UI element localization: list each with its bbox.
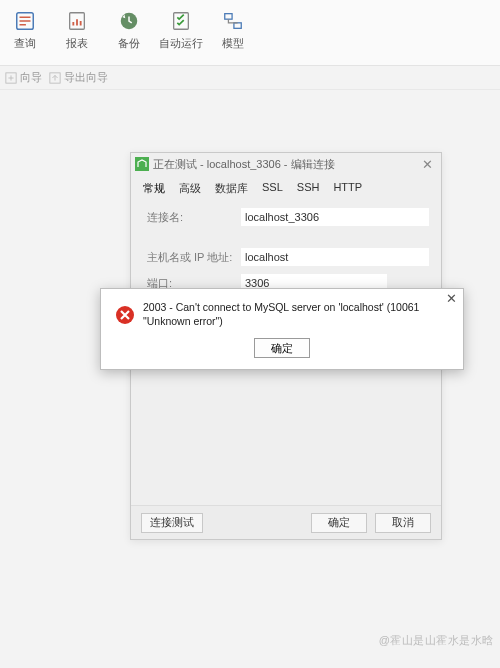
error-icon — [115, 305, 135, 325]
error-message: 2003 - Can't connect to MySQL server on … — [143, 301, 449, 328]
cancel-button[interactable]: 取消 — [375, 513, 431, 533]
tab-advanced[interactable]: 高级 — [179, 181, 201, 196]
toolbar-item-report[interactable]: 报表 — [60, 10, 94, 51]
dialog-tabs: 常规 高级 数据库 SSL SSH HTTP — [131, 175, 441, 200]
toolbar-label: 模型 — [222, 36, 244, 51]
workspace-canvas: 正在测试 - localhost_3306 - 编辑连接 ✕ 常规 高级 数据库… — [0, 90, 500, 668]
navicat-icon — [135, 157, 149, 171]
toolbar-label: 报表 — [66, 36, 88, 51]
tab-ssh[interactable]: SSH — [297, 181, 320, 196]
toolbar-item-model[interactable]: 模型 — [216, 10, 250, 51]
query-icon — [14, 10, 36, 32]
toolbar-label: 查询 — [14, 36, 36, 51]
test-connection-button[interactable]: 连接测试 — [141, 513, 203, 533]
toolbar-item-backup[interactable]: 备份 — [112, 10, 146, 51]
dialog-titlebar: 正在测试 - localhost_3306 - 编辑连接 ✕ — [131, 153, 441, 175]
main-toolbar: 查询 报表 备份 自动运行 模型 — [0, 0, 500, 66]
svg-rect-5 — [234, 23, 241, 29]
backup-icon — [118, 10, 140, 32]
report-icon — [66, 10, 88, 32]
subbar-item-export-wizard[interactable]: 导出向导 — [48, 70, 108, 85]
svg-rect-8 — [135, 157, 149, 171]
dialog-close-button[interactable]: ✕ — [417, 157, 437, 172]
error-ok-button[interactable]: 确定 — [254, 338, 310, 358]
conn-name-input[interactable] — [241, 208, 429, 226]
error-close-button[interactable]: ✕ — [446, 291, 457, 306]
toolbar-label: 备份 — [118, 36, 140, 51]
tab-ssl[interactable]: SSL — [262, 181, 283, 196]
dialog-title: 正在测试 - localhost_3306 - 编辑连接 — [153, 157, 413, 172]
wizard-icon — [4, 71, 18, 85]
dialog-footer: 连接测试 确定 取消 — [131, 505, 441, 539]
auto-run-icon — [170, 10, 192, 32]
svg-rect-3 — [174, 13, 189, 30]
conn-name-label: 连接名: — [147, 210, 235, 225]
toolbar-item-query[interactable]: 查询 — [8, 10, 42, 51]
export-wizard-icon — [48, 71, 62, 85]
subbar-label: 导出向导 — [64, 70, 108, 85]
wizard-subbar: 向导 导出向导 — [0, 66, 500, 90]
model-icon — [222, 10, 244, 32]
host-input[interactable] — [241, 248, 429, 266]
tab-general[interactable]: 常规 — [143, 181, 165, 196]
ok-button[interactable]: 确定 — [311, 513, 367, 533]
svg-rect-4 — [225, 14, 232, 20]
toolbar-label: 自动运行 — [159, 36, 203, 51]
error-dialog: ✕ 2003 - Can't connect to MySQL server o… — [100, 288, 464, 370]
host-label: 主机名或 IP 地址: — [147, 250, 235, 265]
tab-http[interactable]: HTTP — [333, 181, 362, 196]
subbar-item-wizard[interactable]: 向导 — [4, 70, 42, 85]
tab-database[interactable]: 数据库 — [215, 181, 248, 196]
toolbar-item-auto-run[interactable]: 自动运行 — [164, 10, 198, 51]
subbar-label: 向导 — [20, 70, 42, 85]
